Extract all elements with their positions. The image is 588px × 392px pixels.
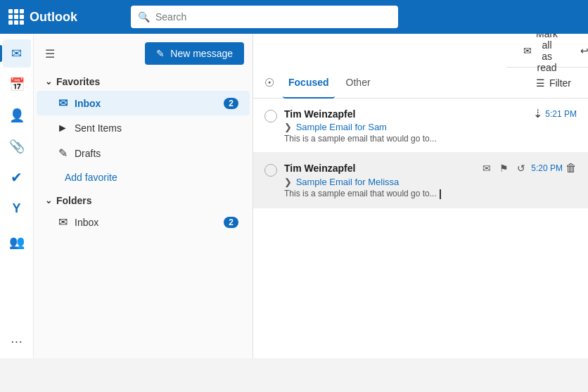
- filter-icon: ☰: [536, 77, 545, 89]
- email-list: Tim Weinzapfel ⇣ 5:21 PM ❯ Sample Email …: [253, 99, 588, 358]
- chevron-down-icon: ⌄: [45, 77, 52, 87]
- email-sender-1: Tim Weinzapfel: [284, 108, 355, 120]
- sidebar-icon-more[interactable]: …: [3, 324, 31, 353]
- undo-icon: ↩: [580, 45, 588, 56]
- email-sender-2: Tim Weinzapfel: [284, 163, 355, 174]
- sidebar-icon-tasks[interactable]: 📎: [3, 132, 31, 160]
- compose-icon: ✎: [156, 48, 165, 59]
- sidebar-icon-yammer[interactable]: Y: [3, 194, 31, 222]
- nav-item-inbox-favorites[interactable]: ✉ Inbox 2: [37, 91, 250, 115]
- email-header-row-1: Tim Weinzapfel ⇣ 5:21 PM: [284, 107, 577, 120]
- grid-icon[interactable]: [8, 9, 24, 25]
- app-logo: Outlook: [8, 9, 77, 25]
- download-icon[interactable]: ⇣: [533, 107, 542, 120]
- sidebar-icon-teams[interactable]: 👥: [3, 228, 31, 256]
- main-layout: ✉ 📅 👤 📎 ✔ Y 👥 … ☰ ✎ New message ⌄ Favori…: [0, 34, 588, 358]
- chevron-down-icon-2: ⌄: [45, 196, 52, 206]
- nav-item-inbox-folders[interactable]: ✉ Inbox 2: [37, 210, 250, 234]
- email-subject-2[interactable]: ❯ Sample Email for Melissa: [284, 177, 577, 187]
- flag-icon[interactable]: ⚑: [497, 161, 511, 175]
- trash-icon[interactable]: 🗑: [565, 162, 577, 175]
- inbox-badge-favorites: 2: [224, 98, 238, 109]
- email-preview-2: This is a sample email that would go to.…: [284, 189, 577, 199]
- subject-chevron-2: ❯: [284, 177, 292, 187]
- sent-icon: ►: [56, 122, 69, 134]
- email-content-2: Tim Weinzapfel ✉ ⚑ ↺ 5:20 PM 🗑 ❯ Sample …: [284, 161, 577, 199]
- forward-icon[interactable]: ↺: [514, 161, 528, 175]
- app-title: Outlook: [30, 10, 77, 25]
- drafts-icon: ✎: [56, 146, 69, 160]
- email-panel: ✉ Mark all as read ↩ Undo ☉ Focused Othe…: [253, 34, 588, 358]
- nav-item-drafts[interactable]: ✎ Drafts: [37, 141, 250, 165]
- inbox-folder-icon: ✉: [56, 215, 69, 229]
- email-time-2: 5:20 PM: [531, 163, 563, 173]
- inbox-icon: ✉: [56, 96, 69, 110]
- email-checkbox-2[interactable]: [264, 164, 277, 177]
- nav-item-sent[interactable]: ► Sent Items: [37, 116, 250, 140]
- search-icon: 🔍: [138, 11, 150, 23]
- email-actions-2: ✉ ⚑ ↺ 5:20 PM 🗑: [480, 161, 577, 175]
- inbox-badge-folders: 2: [224, 217, 238, 228]
- sidebar-icons: ✉ 📅 👤 📎 ✔ Y 👥 …: [0, 34, 34, 358]
- folders-section-header[interactable]: ⌄ Folders: [34, 189, 253, 209]
- sidebar-icon-calendar[interactable]: 📅: [3, 70, 31, 99]
- sidebar-icon-mail[interactable]: ✉: [3, 39, 31, 68]
- top-bar: Outlook 🔍: [0, 0, 588, 34]
- email-preview-1: This is a sample email that would go to.…: [284, 134, 577, 144]
- email-subject-1[interactable]: ❯ Sample Email for Sam: [284, 122, 577, 132]
- nav-item-add-favorite[interactable]: Add favorite: [37, 166, 250, 189]
- nav-panel: ☰ ✎ New message ⌄ Favorites ✉ Inbox 2 ► …: [34, 34, 253, 358]
- subject-chevron-1: ❯: [284, 122, 292, 132]
- undo-button[interactable]: ↩ Undo: [575, 42, 588, 59]
- email-content-1: Tim Weinzapfel ⇣ 5:21 PM ❯ Sample Email …: [284, 107, 577, 144]
- search-bar: 🔍: [131, 6, 398, 28]
- email-header-row-2: Tim Weinzapfel ✉ ⚑ ↺ 5:20 PM 🗑: [284, 161, 577, 175]
- mark-read-icon: ✉: [523, 45, 532, 56]
- select-all-check[interactable]: ☉: [264, 76, 274, 89]
- sidebar-icon-people[interactable]: 👤: [3, 101, 31, 129]
- favorites-section-header[interactable]: ⌄ Favorites: [34, 70, 253, 90]
- tab-other[interactable]: Other: [340, 68, 376, 99]
- nav-top-row: ☰ ✎ New message: [34, 39, 253, 68]
- table-row[interactable]: Tim Weinzapfel ✉ ⚑ ↺ 5:20 PM 🗑 ❯ Sample …: [253, 153, 588, 208]
- email-actions-1: ⇣ 5:21 PM: [533, 107, 577, 120]
- select-circle-1[interactable]: [264, 110, 277, 122]
- action-bar: ✉ Mark all as read ↩ Undo: [506, 34, 588, 68]
- sidebar-icon-check[interactable]: ✔: [3, 163, 31, 191]
- new-message-button[interactable]: ✎ New message: [145, 42, 244, 65]
- tab-focused[interactable]: Focused: [283, 68, 335, 99]
- email-checkbox-1[interactable]: [264, 110, 277, 122]
- table-row[interactable]: Tim Weinzapfel ⇣ 5:21 PM ❯ Sample Email …: [253, 99, 588, 153]
- filter-button[interactable]: ☰ Filter: [530, 75, 577, 91]
- search-input[interactable]: [155, 11, 391, 23]
- email-time-1: 5:21 PM: [545, 109, 577, 119]
- hamburger-button[interactable]: ☰: [39, 44, 60, 63]
- tabs-row: ☉ Focused Other ☰ Filter: [253, 68, 588, 99]
- envelope-action-icon[interactable]: ✉: [480, 161, 494, 175]
- cursor-indicator: [440, 189, 441, 199]
- select-circle-2[interactable]: [264, 164, 277, 177]
